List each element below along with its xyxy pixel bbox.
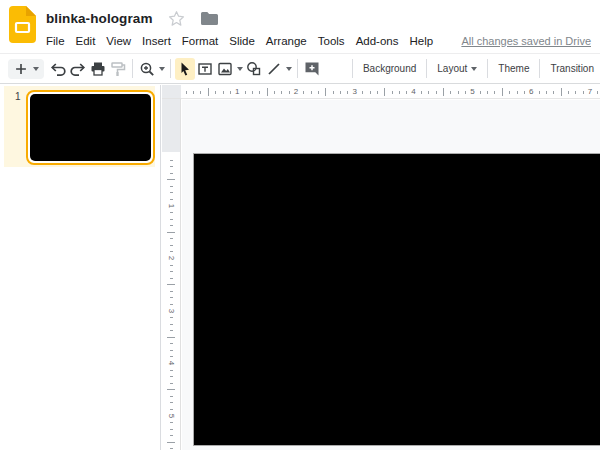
menu-edit[interactable]: Edit <box>76 35 96 47</box>
toolbar-separator <box>352 59 353 78</box>
ruler-number: 2 <box>294 87 298 96</box>
ruler-tick <box>170 238 173 239</box>
ruler-tick <box>281 91 282 94</box>
ruler-tick <box>167 232 175 233</box>
ruler-tick <box>170 317 173 318</box>
ruler-tick <box>303 91 304 94</box>
ruler-tick <box>597 91 598 94</box>
ruler-tick <box>170 448 173 449</box>
paint-format-button[interactable] <box>108 58 128 80</box>
zoom-button[interactable] <box>137 58 157 80</box>
slide-canvas[interactable] <box>193 153 600 446</box>
ruler-tick <box>494 91 495 94</box>
slide-number: 1 <box>15 91 21 102</box>
ruler-tick <box>245 91 246 94</box>
line-tool-button[interactable] <box>264 58 284 80</box>
shape-button[interactable] <box>244 58 264 80</box>
zoom-icon <box>138 60 156 78</box>
ruler-tick <box>167 337 175 338</box>
ruler-number: 6 <box>529 87 533 96</box>
ruler-tick <box>568 91 569 94</box>
ruler-number: 4 <box>167 361 176 365</box>
toolbar-separator <box>426 59 427 78</box>
ruler-tick <box>170 435 173 436</box>
menu-add-ons[interactable]: Add-ons <box>356 35 399 47</box>
plus-icon <box>13 61 29 77</box>
ruler-tick <box>200 91 201 94</box>
vertical-ruler: 12345 <box>162 99 181 450</box>
ruler-number: 1 <box>167 203 176 207</box>
new-slide-dropdown-icon[interactable] <box>33 67 39 71</box>
ruler-tick <box>370 91 371 94</box>
menu-format[interactable]: Format <box>182 35 218 47</box>
ruler-tick <box>487 91 488 94</box>
filmstrip-panel: 1 <box>0 85 161 450</box>
ruler-tick <box>465 91 466 94</box>
new-slide-button[interactable] <box>8 59 44 79</box>
ruler-tick <box>170 166 173 167</box>
menu-view[interactable]: View <box>106 35 131 47</box>
menu-slide[interactable]: Slide <box>229 35 255 47</box>
comment-icon <box>303 60 321 78</box>
background-button[interactable]: Background <box>357 54 422 83</box>
image-icon <box>216 60 234 78</box>
ruler-number: 4 <box>411 87 415 96</box>
ruler-tick <box>170 251 173 252</box>
ruler-number: 5 <box>167 413 176 417</box>
ruler-tick <box>509 91 510 94</box>
menu-insert[interactable]: Insert <box>142 35 171 47</box>
paint-format-icon <box>109 60 127 78</box>
document-title[interactable]: blinka-hologram <box>46 11 153 26</box>
theme-button[interactable]: Theme <box>492 54 535 83</box>
image-dropdown-icon[interactable] <box>237 67 243 71</box>
line-dropdown-icon[interactable] <box>286 67 292 71</box>
zoom-dropdown-icon[interactable] <box>159 67 165 71</box>
text-box-button[interactable] <box>195 58 215 80</box>
insert-image-button[interactable] <box>215 58 235 80</box>
shape-icon <box>245 60 263 78</box>
ruler-tick <box>170 383 173 384</box>
slide-thumbnail-content <box>30 94 151 161</box>
menu-file[interactable]: File <box>46 35 65 47</box>
toolbar-separator <box>170 59 171 78</box>
ruler-tick <box>170 199 173 200</box>
ruler-tick <box>340 91 341 94</box>
horizontal-ruler: 1234567 <box>181 85 600 99</box>
ruler-tick <box>170 422 173 423</box>
print-button[interactable] <box>88 58 108 80</box>
comment-button[interactable] <box>302 58 322 80</box>
ruler-tick <box>546 91 547 94</box>
ruler-tick <box>259 91 260 94</box>
undo-button[interactable] <box>48 58 68 80</box>
ruler-tick <box>170 429 173 430</box>
ruler-tick <box>289 91 290 94</box>
ruler-tick <box>170 245 173 246</box>
ruler-tick <box>170 356 173 357</box>
ruler-tick <box>170 324 173 325</box>
redo-button[interactable] <box>68 58 88 80</box>
undo-icon <box>49 60 67 78</box>
select-tool-button[interactable] <box>175 58 195 80</box>
menu-arrange[interactable]: Arrange <box>266 35 307 47</box>
ruler-tick <box>170 330 173 331</box>
slide-thumbnail-selection[interactable]: 1 <box>4 86 155 167</box>
ruler-tick <box>553 91 554 94</box>
ruler-number: 1 <box>235 87 239 96</box>
layout-button[interactable]: Layout <box>431 54 483 83</box>
star-icon[interactable] <box>168 10 185 27</box>
slide-thumbnail[interactable] <box>26 90 155 165</box>
menu-tools[interactable]: Tools <box>318 35 345 47</box>
folder-icon[interactable] <box>200 11 218 25</box>
ruler-number: 2 <box>167 256 176 260</box>
transition-button[interactable]: Transition <box>544 54 600 83</box>
ruler-tick <box>436 91 437 94</box>
toolbar-separator <box>487 59 488 78</box>
menu-help[interactable]: Help <box>409 35 433 47</box>
cursor-arrow-icon <box>176 60 194 78</box>
canvas-workspace <box>182 100 600 450</box>
ruler-tick <box>230 91 231 94</box>
ruler-tick <box>170 271 173 272</box>
ruler-tick <box>252 91 253 94</box>
toolbar-separator <box>539 59 540 78</box>
saved-status[interactable]: All changes saved in Drive <box>461 35 591 47</box>
